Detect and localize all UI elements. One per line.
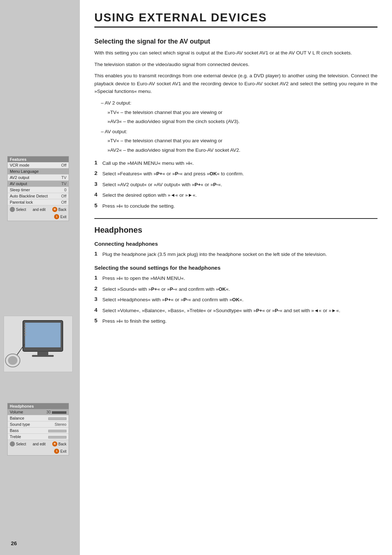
signal-step-4-text: Select the desired option with »◄« or »►… xyxy=(102,191,377,199)
features-menu-footer2: 1 Exit xyxy=(8,213,69,221)
signal-para1: With this setting you can select which s… xyxy=(94,49,377,57)
sound-step-1: 1 Press »i« to open the »MAIN MENU«. xyxy=(94,274,377,282)
sound-step-1-text: Press »i« to open the »MAIN MENU«. xyxy=(102,274,377,282)
connecting-step-1-text: Plug the headphone jack (3.5 mm jack plu… xyxy=(102,250,377,258)
sound-steps: 1 Press »i« to open the »MAIN MENU«. 2 S… xyxy=(94,274,377,325)
menu-row-volume: Volume 30 xyxy=(8,409,69,415)
menu-row-soundtype: Sound type Stereo xyxy=(8,421,69,428)
signal-step-2: 2 Select »Features« with »P+« or »P-« an… xyxy=(94,170,377,178)
menu-row-language: Menu Language xyxy=(8,168,69,175)
sidebar: Features VCR mode Off Menu Language AV2 … xyxy=(0,0,80,555)
sound-step-2: 2 Select »Sound« with »P+« or »P-« and c… xyxy=(94,285,377,293)
signal-step-2-text: Select »Features« with »P+« or »P-« and … xyxy=(102,170,377,178)
headphones-menu: Headphones Volume 30 Balance Sound type … xyxy=(7,403,69,456)
signal-step-1-text: Call up the »MAIN MENU« menu with »i«. xyxy=(102,159,377,167)
svg-rect-10 xyxy=(25,332,26,333)
svg-point-6 xyxy=(8,356,17,365)
av-block: – AV output: »TV« – the television chann… xyxy=(101,128,377,154)
signal-steps: 1 Call up the »MAIN MENU« menu with »i«.… xyxy=(94,159,377,210)
hp-edit-label: and edit xyxy=(33,442,46,446)
menu-row-bass: Bass xyxy=(8,428,69,434)
hp-back-label: Back xyxy=(58,442,66,446)
signal-step-5-text: Press »i« to conclude the setting. xyxy=(102,202,377,210)
hp-select-btn-icon xyxy=(10,441,15,446)
headphone-image xyxy=(4,316,73,372)
signal-para2: The television station or the video/audi… xyxy=(94,61,377,69)
features-menu-footer: Select and edit B Back xyxy=(8,205,69,213)
menu-row-blackline: Auto Blackline Detect Off xyxy=(8,193,69,199)
av2-heading: – AV 2 output: xyxy=(101,99,377,107)
signal-step-5: 5 Press »i« to conclude the setting. xyxy=(94,202,377,210)
svg-rect-3 xyxy=(32,355,54,357)
signal-step-4: 4 Select the desired option with »◄« or … xyxy=(94,191,377,199)
signal-step-1: 1 Call up the »MAIN MENU« menu with »i«. xyxy=(94,159,377,167)
signal-section-heading: Selecting the signal for the AV output xyxy=(94,38,377,45)
av2-item1: »TV« – the television channel that you a… xyxy=(107,109,377,117)
page-title: USING EXTERNAL DEVICES xyxy=(94,11,377,28)
svg-rect-7 xyxy=(25,324,26,326)
av2-block: – AV 2 output: »TV« – the television cha… xyxy=(101,99,377,126)
svg-rect-1 xyxy=(25,323,61,347)
sound-step-5-text: Press »i« to finish the setting. xyxy=(102,317,377,325)
av-heading: – AV output: xyxy=(101,128,377,136)
select-btn-icon xyxy=(10,207,15,212)
sound-settings-heading: Selecting the sound settings for the hea… xyxy=(94,265,377,271)
hp-exit-btn-icon: 1 xyxy=(54,449,59,454)
svg-rect-9 xyxy=(25,329,26,331)
svg-rect-11 xyxy=(25,334,26,336)
menu-row-treble: Treble xyxy=(8,434,69,440)
sound-step-3: 3 Select »Headphones« with »P+« or »P-« … xyxy=(94,296,377,304)
sound-step-4: 4 Select »Volume«, »Balance«, »Bass«, »T… xyxy=(94,307,377,315)
sound-step-2-text: Select »Sound« with »P+« or »P-« and con… xyxy=(102,285,377,293)
connecting-steps: 1 Plug the headphone jack (3.5 mm jack p… xyxy=(94,250,377,258)
svg-rect-2 xyxy=(37,351,48,355)
signal-step-3-text: Select »AV2 output« or »AV output« with … xyxy=(102,181,377,189)
features-menu: Features VCR mode Off Menu Language AV2 … xyxy=(7,156,69,221)
headphones-section-heading: Headphones xyxy=(94,225,377,235)
edit-label: and edit xyxy=(33,208,46,212)
av-item2: »AV2« – the audio/video signal from the … xyxy=(107,146,377,154)
main-content: USING EXTERNAL DEVICES Selecting the sig… xyxy=(80,0,392,555)
connecting-step-1: 1 Plug the headphone jack (3.5 mm jack p… xyxy=(94,250,377,258)
headphones-menu-footer2: 1 Exit xyxy=(8,448,69,455)
section-divider xyxy=(94,218,377,219)
sound-step-4-text: Select »Volume«, »Balance«, »Bass«, »Tre… xyxy=(102,307,377,315)
menu-row-av2output: AV2 output TV xyxy=(8,175,69,181)
headphones-menu-title: Headphones xyxy=(8,403,69,409)
sound-step-3-text: Select »Headphones« with »P+« or »P-« an… xyxy=(102,296,377,304)
signal-para3: This enables you to transmit recordings … xyxy=(94,72,377,95)
av-item1: »TV« – the television channel that you a… xyxy=(107,137,377,145)
svg-rect-8 xyxy=(25,327,26,328)
hp-back-btn-icon: B xyxy=(52,441,57,446)
av2-item2: »AV3« – the audio/video signal from the … xyxy=(107,118,377,126)
hp-exit-label: Exit xyxy=(60,449,66,453)
signal-step-3: 3 Select »AV2 output« or »AV output« wit… xyxy=(94,181,377,189)
features-menu-title: Features xyxy=(8,156,69,162)
av-items: »TV« – the television channel that you a… xyxy=(107,137,377,154)
menu-row-vcr: VCR mode Off xyxy=(8,162,69,168)
connecting-heading: Connecting headphones xyxy=(94,241,377,247)
av2-items: »TV« – the television channel that you a… xyxy=(107,109,377,126)
headphone-svg xyxy=(5,317,72,371)
back-btn-icon: B xyxy=(52,207,57,212)
menu-row-avoutput: AV output TV xyxy=(8,181,69,187)
menu-row-sleep: Sleep timer 0 xyxy=(8,187,69,193)
exit-label: Exit xyxy=(60,215,66,219)
headphones-menu-footer: Select and edit B Back xyxy=(8,440,69,448)
back-label: Back xyxy=(58,208,66,212)
menu-row-balance: Balance xyxy=(8,415,69,421)
page-number: 26 xyxy=(11,540,17,546)
menu-row-parental: Parental lock Off xyxy=(8,199,69,205)
sound-step-5: 5 Press »i« to finish the setting. xyxy=(94,317,377,325)
select-label: Select xyxy=(16,208,26,212)
hp-select-label: Select xyxy=(16,442,26,446)
exit-btn-icon: 1 xyxy=(54,214,59,219)
